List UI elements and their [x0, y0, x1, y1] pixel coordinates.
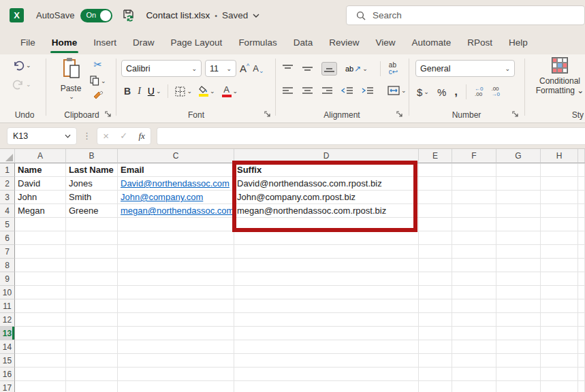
borders-button[interactable]: ⌄ — [175, 86, 192, 97]
wrap-text-button[interactable]: ab c↩ — [389, 62, 398, 76]
tab-help[interactable]: Help — [501, 31, 536, 54]
cell-B2[interactable]: Jones — [66, 177, 118, 191]
cell-E11[interactable] — [419, 299, 452, 313]
cell-E8[interactable] — [419, 259, 452, 272]
cell-G13[interactable] — [496, 327, 541, 340]
cell-G11[interactable] — [496, 299, 541, 313]
cell-A7[interactable] — [15, 245, 66, 259]
undo-caret[interactable]: ⌄ — [26, 62, 31, 69]
row-header-4[interactable]: 4 — [0, 204, 15, 218]
cell-partial10[interactable] — [578, 286, 585, 299]
redo-button[interactable]: ⌄ — [12, 79, 31, 90]
font-color-button[interactable]: A ⌄ — [222, 86, 238, 97]
cell-C8[interactable] — [118, 259, 234, 272]
cell-E9[interactable] — [419, 272, 452, 286]
cell-A15[interactable] — [15, 354, 66, 368]
cell-B17[interactable] — [66, 381, 118, 392]
row-header-7[interactable]: 7 — [0, 245, 15, 259]
cell-D2[interactable]: David@northendassoc.com.rpost.biz — [234, 177, 419, 191]
cell-H5[interactable] — [541, 218, 578, 231]
cell-D8[interactable] — [234, 259, 419, 272]
cell-F7[interactable] — [452, 245, 496, 259]
cell-G14[interactable] — [496, 340, 541, 354]
cell-D12[interactable] — [234, 313, 419, 327]
undo-button[interactable]: ⌄ — [12, 60, 31, 71]
copy-button[interactable]: ⌄ — [90, 76, 106, 86]
column-header-B[interactable]: B — [66, 149, 118, 163]
tab-file[interactable]: File — [12, 31, 44, 54]
tab-home[interactable]: Home — [44, 31, 86, 54]
cell-B9[interactable] — [66, 272, 118, 286]
underline-button[interactable]: U ⌄ — [148, 86, 161, 97]
cell-C4[interactable]: megan@northendassoc.com — [118, 204, 234, 218]
conditional-formatting-button[interactable]: Conditional Formatting ⌄ — [535, 57, 584, 95]
cell-D6[interactable] — [234, 231, 419, 245]
row-header-15[interactable]: 15 — [0, 354, 15, 368]
document-title[interactable]: Contact list.xlsx • Saved — [146, 10, 259, 20]
fill-color-caret[interactable]: ⌄ — [210, 88, 215, 95]
name-box-grip[interactable]: ⋮ — [82, 131, 91, 141]
cell-D17[interactable] — [234, 381, 419, 392]
copy-caret[interactable]: ⌄ — [101, 78, 106, 84]
fill-color-button[interactable]: ⌄ — [199, 86, 215, 97]
column-header-E[interactable]: E — [419, 149, 452, 163]
cell-E17[interactable] — [419, 381, 452, 392]
cell-H11[interactable] — [541, 299, 578, 313]
cell-partial16[interactable] — [578, 368, 585, 381]
cell-partial11[interactable] — [578, 299, 585, 313]
cell-E3[interactable] — [419, 191, 452, 204]
cell-C17[interactable] — [118, 381, 234, 392]
cell-C14[interactable] — [118, 340, 234, 354]
cell-F12[interactable] — [452, 313, 496, 327]
cell-A12[interactable] — [15, 313, 66, 327]
formula-input[interactable] — [157, 127, 585, 145]
row-header-12[interactable]: 12 — [0, 313, 15, 327]
increase-indent-button[interactable] — [362, 86, 374, 95]
cell-H16[interactable] — [541, 368, 578, 381]
row-header-10[interactable]: 10 — [0, 286, 15, 299]
percent-format-button[interactable]: % — [437, 86, 446, 98]
shrink-font-button[interactable]: A⌄ — [253, 63, 264, 74]
column-header-partial[interactable] — [578, 149, 585, 163]
font-name-select[interactable]: Calibri ⌄ — [121, 60, 202, 77]
number-dialog-launcher[interactable] — [512, 111, 520, 119]
cell-B4[interactable]: Greene — [66, 204, 118, 218]
cell-E12[interactable] — [419, 313, 452, 327]
italic-button[interactable]: I — [138, 86, 141, 97]
cell-E4[interactable] — [419, 204, 452, 218]
cell-C5[interactable] — [118, 218, 234, 231]
cell-F16[interactable] — [452, 368, 496, 381]
cell-F14[interactable] — [452, 340, 496, 354]
paste-caret[interactable]: ⌄ — [69, 93, 74, 100]
cell-G15[interactable] — [496, 354, 541, 368]
cell-D14[interactable] — [234, 340, 419, 354]
cell-H7[interactable] — [541, 245, 578, 259]
cell-H17[interactable] — [541, 381, 578, 392]
cell-E5[interactable] — [419, 218, 452, 231]
cell-A16[interactable] — [15, 368, 66, 381]
cell-A4[interactable]: Megan — [15, 204, 66, 218]
tab-data[interactable]: Data — [285, 31, 321, 54]
decrease-indent-button[interactable] — [341, 86, 353, 95]
row-header-14[interactable]: 14 — [0, 340, 15, 354]
cell-A6[interactable] — [15, 231, 66, 245]
cell-G12[interactable] — [496, 313, 541, 327]
row-header-6[interactable]: 6 — [0, 231, 15, 245]
cell-F13[interactable] — [452, 327, 496, 340]
font-color-caret[interactable]: ⌄ — [233, 88, 238, 95]
cell-E10[interactable] — [419, 286, 452, 299]
cell-B11[interactable] — [66, 299, 118, 313]
cell-F5[interactable] — [452, 218, 496, 231]
cell-G10[interactable] — [496, 286, 541, 299]
cell-C7[interactable] — [118, 245, 234, 259]
align-right-button[interactable] — [321, 86, 333, 95]
cell-A17[interactable] — [15, 381, 66, 392]
column-header-F[interactable]: F — [452, 149, 496, 163]
autosave-toggle[interactable]: On — [80, 9, 112, 22]
cell-F9[interactable] — [452, 272, 496, 286]
row-header-13[interactable]: 13 — [0, 327, 15, 340]
cell-G4[interactable] — [496, 204, 541, 218]
align-middle-button[interactable] — [302, 64, 313, 74]
cell-E1[interactable] — [419, 163, 452, 177]
cell-F2[interactable] — [452, 177, 496, 191]
